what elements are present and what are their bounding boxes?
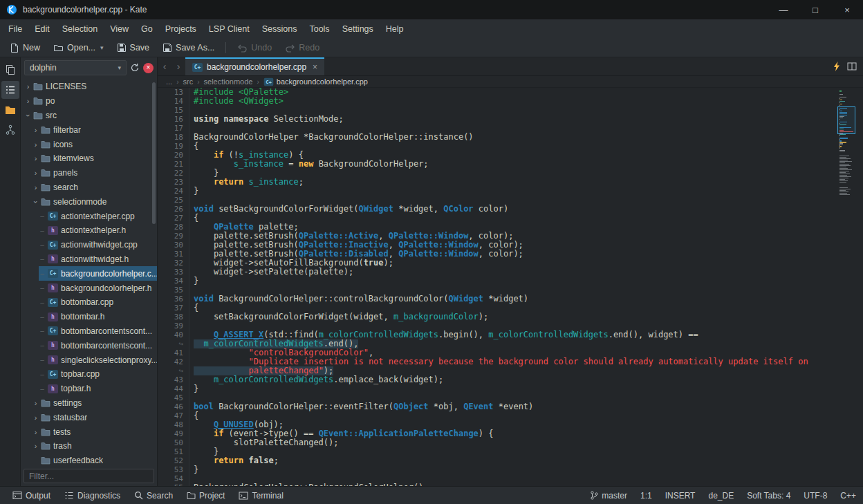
status-master[interactable]: master (591, 491, 627, 501)
menu-sessions[interactable]: Sessions (256, 21, 304, 37)
tree-file-bottombar-cpp[interactable]: –C+bottombar.cpp (21, 295, 157, 310)
code-line-28[interactable]: 28 QPalette palette; (158, 223, 863, 232)
code-line-36[interactable]: 36void BackgroundColorHelper::controlBac… (158, 295, 863, 304)
sidebar-tool-documents[interactable] (1, 61, 19, 79)
menu-selection[interactable]: Selection (56, 21, 104, 37)
tab-backgroundcolorhelper-cpp[interactable]: C+ backgroundcolorhelper.cpp × (185, 57, 324, 75)
code-line-25[interactable]: 25 (158, 196, 863, 205)
tree-file-bottombarcontentscont[interactable]: –hbottombarcontentscont... (21, 338, 157, 353)
code-line-20[interactable]: 20 if (!s_instance) { (158, 151, 863, 160)
save-as-button[interactable]: Save As... (157, 41, 220, 55)
chevron-expanded-icon[interactable]: › (32, 197, 40, 206)
close-button[interactable]: × (831, 0, 863, 19)
menu-file[interactable]: File (2, 21, 28, 37)
code-line-35[interactable]: 35 (158, 286, 863, 295)
code-line-50[interactable]: 50 slotPaletteChanged(); (158, 438, 863, 447)
chevron-collapsed-icon[interactable]: › (31, 183, 40, 192)
code-line-29[interactable]: 29 palette.setBrush(QPalette::Active, QP… (158, 232, 863, 241)
status-de-de[interactable]: de_DE (708, 491, 734, 501)
chevron-expanded-icon[interactable]: › (24, 111, 33, 120)
tab-close-icon[interactable]: × (313, 62, 317, 72)
code-line-37[interactable]: 37{ (158, 304, 863, 312)
toolview-terminal[interactable]: Terminal (233, 489, 288, 503)
tree-file-backgroundcolorhelper-h[interactable]: –hbackgroundcolorhelper.h (21, 281, 157, 295)
tree-folder-settings[interactable]: ›settings (21, 396, 157, 411)
code-line-13[interactable]: 13#include <QPalette> (158, 88, 863, 97)
tree-file-actiontexthelper-h[interactable]: –hactiontexthelper.h (21, 223, 157, 238)
menu-edit[interactable]: Edit (28, 21, 56, 37)
folder-open-button[interactable]: Open...▾ (48, 41, 109, 55)
chevron-collapsed-icon[interactable]: › (31, 154, 40, 162)
toolview-project[interactable]: Project (181, 489, 230, 503)
tree-file-bottombarcontentscont[interactable]: –C+bottombarcontentscont... (21, 324, 157, 339)
tree-folder-licenses[interactable]: ›LICENSES (21, 80, 157, 94)
menu-tools[interactable]: Tools (303, 21, 335, 37)
code-line-46[interactable]: 46bool BackgroundColorHelper::eventFilte… (158, 402, 863, 411)
toolview-search[interactable]: Search (129, 489, 178, 503)
code-line-26[interactable]: 26void setBackgroundColorForWidget(QWidg… (158, 205, 863, 214)
menu-lsp-client[interactable]: LSP Client (203, 21, 256, 37)
chevron-collapsed-icon[interactable]: › (31, 169, 40, 177)
code-line-19[interactable]: 19{ (158, 142, 863, 151)
tree-folder-userfeedback[interactable]: userfeedback (21, 454, 157, 467)
code-line-24[interactable]: 24} (158, 187, 863, 196)
status-c-[interactable]: C++ (840, 491, 856, 501)
toolview-diagnostics[interactable]: Diagnostics (59, 489, 126, 503)
tree-file-actionwithwidget-cpp[interactable]: –C+actionwithwidget.cpp (21, 238, 157, 252)
toolview-output[interactable]: Output (7, 489, 56, 503)
tree-folder-panels[interactable]: ›panels (21, 166, 157, 180)
menu-projects[interactable]: Projects (159, 21, 203, 37)
code-wrap-line[interactable]: ↪ m_colorControlledWidgets.end(), (158, 339, 863, 348)
tree-file-backgroundcolorhelper-c[interactable]: –C+backgroundcolorhelper.c... (21, 266, 157, 281)
status-soft-tabs-4[interactable]: Soft Tabs: 4 (747, 491, 790, 501)
breadcrumb-item[interactable]: src (183, 77, 194, 86)
quick-open-icon[interactable] (833, 62, 840, 71)
tree-file-singleclickselectionproxy[interactable]: –hsingleclickselectionproxy... (21, 353, 157, 367)
tree-file-topbar-h[interactable]: –htopbar.h (21, 382, 157, 396)
code-line-52[interactable]: 52 return false; (158, 456, 863, 465)
code-line-30[interactable]: 30 palette.setBrush(QPalette::Inactive, … (158, 241, 863, 250)
breadcrumb-item[interactable]: C+backgroundcolorhelper.cpp (263, 77, 368, 86)
chevron-collapsed-icon[interactable]: › (31, 126, 40, 134)
code-line-41[interactable]: 41 "controlBackgroundColor", (158, 348, 863, 357)
tree-folder-trash[interactable]: ›trash (21, 439, 157, 454)
project-selector[interactable]: dolphin ▾ (24, 60, 127, 75)
chevron-collapsed-icon[interactable]: › (24, 82, 33, 91)
tree-folder-tests[interactable]: ›tests (21, 424, 157, 439)
sidebar-tool-symbols[interactable] (1, 121, 19, 139)
code-line-44[interactable]: 44} (158, 384, 863, 393)
chevron-collapsed-icon[interactable]: › (31, 442, 40, 450)
code-line-31[interactable]: 31 palette.setBrush(QPalette::Disabled, … (158, 250, 863, 259)
status-utf-8[interactable]: UTF-8 (804, 491, 827, 501)
close-project-icon[interactable]: × (143, 63, 154, 73)
code-line-42[interactable]: 42 "Duplicate insertion is not necessary… (158, 357, 863, 366)
code-line-34[interactable]: 34} (158, 277, 863, 286)
chevron-collapsed-icon[interactable]: › (31, 413, 40, 422)
maximize-button[interactable]: □ (799, 0, 831, 19)
sidebar-tool-projects[interactable] (1, 81, 19, 99)
filter-input[interactable] (24, 469, 154, 483)
minimize-button[interactable]: — (768, 0, 799, 19)
tree-folder-po[interactable]: ›po (21, 94, 157, 109)
menu-settings[interactable]: Settings (336, 21, 380, 37)
code-line-18[interactable]: 18BackgroundColorHelper *BackgroundColor… (158, 133, 863, 142)
refresh-icon[interactable] (130, 63, 140, 73)
minimap-viewport[interactable] (837, 106, 855, 134)
code-line-51[interactable]: 51 } (158, 447, 863, 456)
tree-folder-selectionmode[interactable]: ›selectionmode (21, 194, 157, 209)
code-line-23[interactable]: 23 return s_instance; (158, 178, 863, 187)
status-insert[interactable]: INSERT (665, 491, 696, 501)
code-line-43[interactable]: 43 m_colorControlledWidgets.emplace_back… (158, 375, 863, 384)
tab-prev-icon[interactable]: ‹ (158, 61, 171, 72)
code-line-53[interactable]: 53} (158, 465, 863, 474)
chevron-collapsed-icon[interactable]: › (31, 140, 40, 149)
split-view-icon[interactable] (847, 62, 857, 71)
code-line-54[interactable]: 54 (158, 474, 863, 483)
tree-folder-statusbar[interactable]: ›statusbar (21, 410, 157, 424)
code-line-21[interactable]: 21 s_instance = new BackgroundColorHelpe… (158, 160, 863, 169)
code-line-40[interactable]: 40 Q_ASSERT_X(std::find(m_colorControlle… (158, 330, 863, 339)
code-line-14[interactable]: 14#include <QWidget> (158, 97, 863, 106)
breadcrumb-item[interactable]: ... (166, 77, 172, 86)
code-line-55[interactable]: 55BackgroundColorHelper::BackgroundColor… (158, 483, 863, 486)
tree-folder-kitemviews[interactable]: ›kitemviews (21, 151, 157, 166)
